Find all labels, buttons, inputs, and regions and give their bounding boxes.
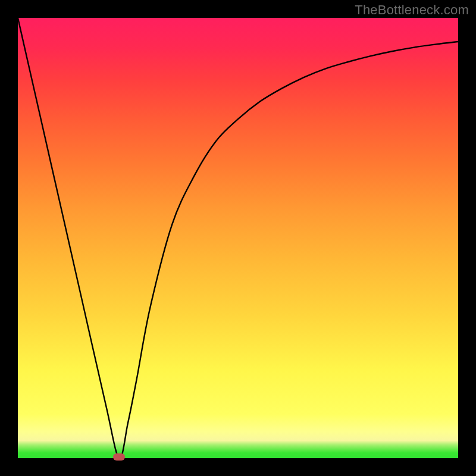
watermark-text: TheBottleneck.com: [355, 2, 469, 18]
plot-area: [18, 18, 458, 458]
minimum-marker: [113, 453, 125, 461]
bottleneck-curve: [18, 18, 458, 458]
chart-frame: TheBottleneck.com: [0, 0, 476, 476]
